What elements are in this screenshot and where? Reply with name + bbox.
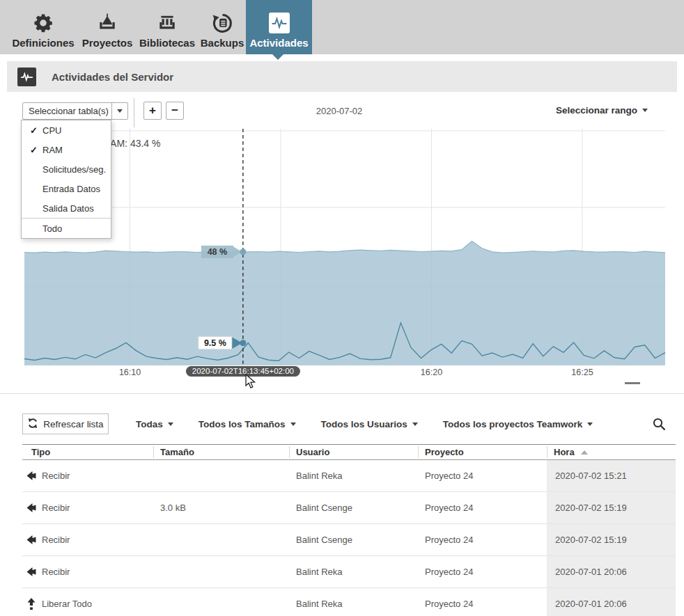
chevron-down-icon xyxy=(290,422,296,426)
chevron-down-icon xyxy=(168,422,173,426)
cell-usuario: Balint Csenge xyxy=(296,524,352,555)
cell-hora: 2020-07-02 15:21 xyxy=(547,460,676,491)
column-header-usuario[interactable]: Usuario xyxy=(296,447,329,457)
cell-tipo: Recibir xyxy=(42,524,70,555)
menu-item-label: Salida Datos xyxy=(42,203,94,214)
cell-tipo: Recibir xyxy=(42,460,70,491)
menu-item-todo[interactable]: Todo xyxy=(22,218,111,238)
filter-dropdown-todos-los-tama-os[interactable]: Todos los Tamaños xyxy=(199,419,296,429)
column-header-tamano[interactable]: Tamaño xyxy=(160,447,194,457)
table-header: Tipo Tamaño Usuario Proyecto Hora xyxy=(22,444,676,460)
chart-legend: RAM: 43.4 % xyxy=(103,138,160,149)
menu-item-cpu[interactable]: ✓CPU xyxy=(22,120,111,140)
activity-pulse-icon xyxy=(17,68,36,86)
zoom-out-button[interactable]: − xyxy=(166,102,184,120)
menu-item-label: Entrada Datos xyxy=(42,184,100,194)
menu-item-salida-datos[interactable]: Salida Datos xyxy=(22,198,111,218)
column-header-tipo[interactable]: Tipo xyxy=(31,447,50,457)
chevron-down-icon xyxy=(412,422,418,426)
range-select[interactable]: Seleccionar rango xyxy=(556,105,648,116)
cell-hora: 2020-07-01 20:06 xyxy=(547,556,676,587)
tab-label: Backups xyxy=(201,37,244,49)
filter-dropdowns: TodasTodos los TamañosTodos los Usuarios… xyxy=(136,413,593,434)
table-row[interactable]: Recibir3.0 kBBalint CsengeProyecto 24202… xyxy=(22,492,676,524)
scrollbar-handle[interactable] xyxy=(625,382,640,384)
section-divider xyxy=(0,393,684,394)
tab-label: Actividades xyxy=(249,37,308,49)
backup-cycle-icon xyxy=(212,10,233,36)
projects-tray-icon xyxy=(97,10,118,36)
cell-tamano: 3.0 kB xyxy=(160,492,186,523)
server-activity-chart[interactable]: 48 %9.5 % RAM: 43.4 % 16:1016:1516:2016:… xyxy=(24,129,665,365)
column-header-hora[interactable]: Hora xyxy=(554,447,588,457)
refresh-list-button[interactable]: Refrescar lista xyxy=(22,413,109,434)
svg-text:9.5 %: 9.5 % xyxy=(204,338,226,348)
sort-ascending-icon xyxy=(581,450,588,455)
zoom-in-button[interactable]: + xyxy=(143,102,162,120)
cell-usuario: Balint Reka xyxy=(296,588,342,616)
mouse-cursor-icon xyxy=(245,374,257,392)
table-select-menu: ✓CPU✓RAMSolicitudes/seg.Entrada DatosSal… xyxy=(21,120,111,239)
cell-proyecto: Proyecto 24 xyxy=(425,524,473,555)
table-row[interactable]: RecibirBalint CsengeProyecto 242020-07-0… xyxy=(22,524,676,556)
receive-arrow-icon xyxy=(26,492,36,523)
chevron-down-icon xyxy=(587,422,593,426)
refresh-icon xyxy=(27,418,38,431)
tab-label: Bibliotecas xyxy=(139,37,195,49)
cell-proyecto: Proyecto 24 xyxy=(425,460,473,491)
app-root: Definiciones Proyectos Bibliotecas Backu… xyxy=(0,0,684,616)
svg-text:48 %: 48 % xyxy=(208,247,228,257)
tab-backups[interactable]: Backups xyxy=(201,0,244,54)
section-header: Actividades del Servidor xyxy=(7,61,677,92)
cell-hora: 2020-07-01 20:06 xyxy=(547,588,676,616)
cell-usuario: Balint Reka xyxy=(296,556,342,587)
cell-tipo: Recibir xyxy=(42,556,70,587)
gear-icon xyxy=(33,10,54,36)
table-select[interactable]: Seleccionar tabla(s) xyxy=(22,102,128,120)
top-navigation: Definiciones Proyectos Bibliotecas Backu… xyxy=(0,0,684,54)
column-header-proyecto[interactable]: Proyecto xyxy=(425,447,464,457)
cell-proyecto: Proyecto 24 xyxy=(425,556,473,587)
chart-date: 2020-07-02 xyxy=(270,106,409,116)
cell-usuario: Balint Reka xyxy=(296,460,342,491)
table-select-label: Seleccionar tabla(s) xyxy=(23,103,111,119)
cell-tipo: Liberar Todo xyxy=(42,588,92,616)
receive-arrow-icon xyxy=(26,524,36,555)
table-row[interactable]: RecibirBalint RekaProyecto 242020-07-02 … xyxy=(22,460,676,492)
menu-item-ram[interactable]: ✓RAM xyxy=(22,140,111,159)
chart-canvas[interactable]: 48 %9.5 % xyxy=(24,129,665,365)
range-select-label: Seleccionar rango xyxy=(556,105,637,116)
tab-bibliotecas[interactable]: Bibliotecas xyxy=(134,0,201,54)
cell-tipo: Recibir xyxy=(42,492,70,523)
cell-hora: 2020-07-02 15:19 xyxy=(547,492,676,523)
x-axis-label: 16:20 xyxy=(421,368,442,377)
tab-definiciones[interactable]: Definiciones xyxy=(6,0,81,54)
table-row[interactable]: Liberar TodoBalint RekaProyecto 242020-0… xyxy=(22,588,676,616)
toolbar-divider xyxy=(134,98,134,127)
menu-item-entrada-datos[interactable]: Entrada Datos xyxy=(22,179,111,198)
hover-timestamp-tooltip: 2020-07-02T16:13:45+02:00 xyxy=(186,366,300,377)
checkmark-icon: ✓ xyxy=(30,125,42,136)
refresh-list-label: Refrescar lista xyxy=(43,419,103,429)
table-row[interactable]: RecibirBalint RekaProyecto 242020-07-01 … xyxy=(22,556,676,588)
cell-proyecto: Proyecto 24 xyxy=(425,492,473,523)
chevron-down-icon xyxy=(642,109,648,112)
menu-item-label: CPU xyxy=(42,125,61,136)
tab-proyectos[interactable]: Proyectos xyxy=(81,0,134,54)
x-axis-label: 16:10 xyxy=(119,368,141,377)
filter-dropdown-todos-los-usuarios[interactable]: Todos los Usuarios xyxy=(321,419,418,429)
filter-dropdown-todas[interactable]: Todas xyxy=(136,419,173,429)
page-title: Actividades del Servidor xyxy=(52,71,173,83)
receive-arrow-icon xyxy=(26,556,36,587)
activity-table-body: RecibirBalint RekaProyecto 242020-07-02 … xyxy=(22,460,676,616)
checkmark-icon: ✓ xyxy=(30,145,42,155)
receive-arrow-icon xyxy=(26,460,36,491)
library-building-icon xyxy=(157,10,178,36)
tab-actividades[interactable]: Actividades xyxy=(246,0,312,54)
release-arrow-icon xyxy=(26,588,36,616)
activity-pulse-icon xyxy=(269,10,290,36)
filter-dropdown-todos-los-proyectos-teamwork[interactable]: Todos los proyectos Teamwork xyxy=(443,419,593,429)
search-icon[interactable] xyxy=(652,417,667,432)
chevron-down-icon[interactable] xyxy=(111,103,127,119)
menu-item-solicitudes-seg[interactable]: Solicitudes/seg. xyxy=(22,159,111,179)
